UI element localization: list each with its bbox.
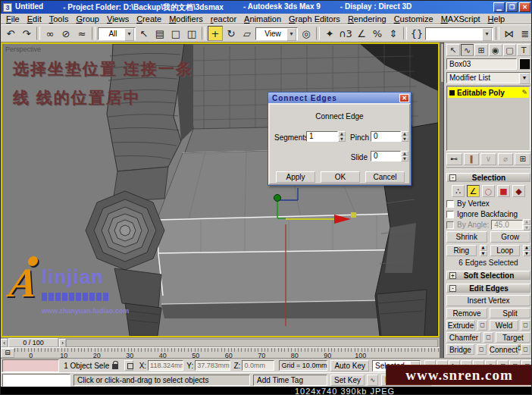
- align-icon[interactable]: ≣: [518, 26, 532, 41]
- open-mini-curve-editor-icon[interactable]: ⊟: [1, 348, 14, 358]
- select-and-move-icon[interactable]: +: [208, 26, 223, 41]
- vertex-subobject-icon[interactable]: ∴: [452, 185, 465, 197]
- modify-tab-icon[interactable]: ∿: [461, 44, 474, 56]
- window-crossing-icon[interactable]: ◫: [184, 26, 199, 41]
- auto-key-button[interactable]: Auto Key: [330, 360, 369, 371]
- restore-button[interactable]: ❒: [506, 2, 518, 12]
- minimize-button[interactable]: ▁: [493, 2, 505, 12]
- display-tab-icon[interactable]: ▢: [503, 44, 517, 56]
- angle-spinner[interactable]: ▲▼: [523, 219, 530, 230]
- named-selection-sets-icon[interactable]: {}: [409, 26, 424, 41]
- chamfer-settings-icon[interactable]: ◻: [483, 332, 493, 343]
- maxscript-mini-listener-bottom[interactable]: [2, 374, 70, 387]
- time-slider-button[interactable]: 0 / 100: [8, 338, 58, 347]
- create-tab-icon[interactable]: ↖: [446, 44, 460, 56]
- loop-spinner[interactable]: ▲▼: [523, 245, 530, 256]
- segments-spinner[interactable]: ▲▼: [338, 131, 346, 142]
- menu-item[interactable]: File: [2, 14, 23, 24]
- bridge-settings-icon[interactable]: ◻: [477, 344, 487, 355]
- reference-coordinate-dropdown[interactable]: View: [255, 27, 298, 40]
- set-key-button[interactable]: Set Key: [330, 375, 365, 386]
- show-end-result-button[interactable]: ‖: [464, 153, 480, 165]
- element-subobject-icon[interactable]: ◆: [512, 185, 525, 197]
- menu-item[interactable]: Views: [103, 14, 133, 24]
- previous-frame-arrow[interactable]: ‹: [1, 339, 8, 347]
- redo-icon[interactable]: ↷: [19, 26, 34, 41]
- undo-icon[interactable]: ↶: [3, 26, 18, 41]
- menu-item[interactable]: Group: [72, 14, 103, 24]
- rectangular-selection-region-icon[interactable]: □: [168, 26, 183, 41]
- bridge-button[interactable]: Bridge: [446, 344, 474, 355]
- extrude-button[interactable]: Extrude: [446, 320, 475, 331]
- menu-item[interactable]: Create: [133, 14, 165, 24]
- select-and-link-icon[interactable]: ∞: [42, 26, 58, 41]
- track-bar-ruler[interactable]: 0102030405060708090100: [14, 348, 440, 358]
- select-and-rotate-icon[interactable]: ↻: [224, 26, 239, 41]
- cancel-button[interactable]: Cancel: [365, 171, 405, 183]
- select-by-name-icon[interactable]: ▤: [152, 26, 167, 41]
- segments-field[interactable]: 1: [306, 131, 338, 142]
- angle-snap-icon[interactable]: ∠: [354, 26, 369, 41]
- edit-edges-rollout-header[interactable]: - Edit Edges: [446, 284, 530, 293]
- modifier-list-dropdown[interactable]: Modifier List: [446, 72, 530, 83]
- by-vertex-checkbox[interactable]: [446, 200, 454, 208]
- spinner-snap-icon[interactable]: ⇕: [386, 26, 401, 41]
- x-coordinate-field[interactable]: 118.324mm: [148, 360, 183, 371]
- remove-button[interactable]: Remove: [446, 308, 487, 318]
- make-unique-button[interactable]: ∨: [480, 153, 496, 165]
- percent-snap-icon[interactable]: %: [370, 26, 385, 41]
- menu-item[interactable]: reactor: [207, 14, 240, 24]
- add-time-tag[interactable]: Add Time Tag: [253, 375, 327, 386]
- weld-settings-icon[interactable]: ◻: [521, 320, 530, 331]
- menu-item[interactable]: Animation: [240, 14, 285, 24]
- weld-button[interactable]: Weld: [490, 320, 518, 331]
- ring-button[interactable]: Ring: [446, 245, 477, 256]
- snap-toggle-icon[interactable]: ∩3: [338, 26, 353, 41]
- slide-field[interactable]: 0: [371, 151, 401, 161]
- split-button[interactable]: Split: [490, 308, 530, 318]
- configure-modifier-sets-button[interactable]: ⊞: [515, 153, 530, 165]
- selection-filter-dropdown[interactable]: All: [98, 27, 136, 40]
- key-filter-curve-icon[interactable]: ∿: [367, 375, 378, 386]
- next-frame-arrow[interactable]: ›: [59, 339, 66, 347]
- menu-item[interactable]: Help: [484, 14, 509, 24]
- menu-item[interactable]: Graph Editors: [285, 14, 344, 24]
- extrude-settings-icon[interactable]: ◻: [477, 320, 487, 331]
- perspective-viewport[interactable]: Perspective 选择坐垫位置 连接一条 线 线的位置居中 A linji…: [1, 42, 440, 337]
- border-subobject-icon[interactable]: ○: [482, 185, 495, 197]
- connect-button[interactable]: Connect: [489, 344, 518, 355]
- use-pivot-center-icon[interactable]: ◎: [299, 26, 314, 41]
- soft-selection-rollout-header[interactable]: + Soft Selection: [446, 271, 530, 280]
- maxscript-mini-listener-top[interactable]: [2, 359, 59, 372]
- y-coordinate-field[interactable]: 37.783mm: [195, 360, 230, 371]
- utilities-tab-icon[interactable]: T: [517, 44, 530, 56]
- ok-button[interactable]: OK: [321, 171, 360, 183]
- loop-button[interactable]: Loop: [490, 245, 521, 256]
- menu-item[interactable]: MAXScript: [437, 14, 484, 24]
- menu-item[interactable]: Modifiers: [165, 14, 207, 24]
- pin-stack-button[interactable]: ⊷: [446, 153, 462, 165]
- bind-to-space-warp-icon[interactable]: ≈: [74, 26, 89, 41]
- slide-spinner[interactable]: ▲▼: [401, 151, 408, 161]
- named-selection-dropdown[interactable]: [425, 27, 493, 40]
- remove-modifier-button[interactable]: ⌀: [498, 153, 514, 165]
- stack-expand-icon[interactable]: [449, 90, 455, 96]
- object-name-field[interactable]: Box03: [446, 58, 517, 70]
- menu-item[interactable]: Edit: [23, 14, 45, 24]
- dialog-close-icon[interactable]: ✕: [399, 94, 409, 102]
- angle-value-field[interactable]: 45.0: [491, 220, 523, 230]
- close-button[interactable]: ✕: [519, 2, 530, 12]
- ignore-backfacing-checkbox[interactable]: [446, 211, 454, 218]
- pinch-spinner[interactable]: ▲▼: [401, 131, 408, 142]
- edge-subobject-icon[interactable]: ∠: [467, 185, 480, 197]
- panel-scrollbar[interactable]: [440, 42, 444, 358]
- viewport-label[interactable]: Perspective: [5, 45, 41, 53]
- apply-button[interactable]: Apply: [276, 171, 315, 183]
- insert-vertex-button[interactable]: Insert Vertex: [446, 295, 530, 306]
- select-object-icon[interactable]: ↖: [136, 26, 152, 41]
- by-angle-checkbox[interactable]: [446, 221, 454, 229]
- connect-settings-icon[interactable]: ◻: [521, 344, 530, 355]
- select-and-scale-icon[interactable]: ▱: [239, 26, 255, 41]
- grow-button[interactable]: Grow: [490, 231, 531, 243]
- menu-item[interactable]: Rendering: [344, 14, 390, 24]
